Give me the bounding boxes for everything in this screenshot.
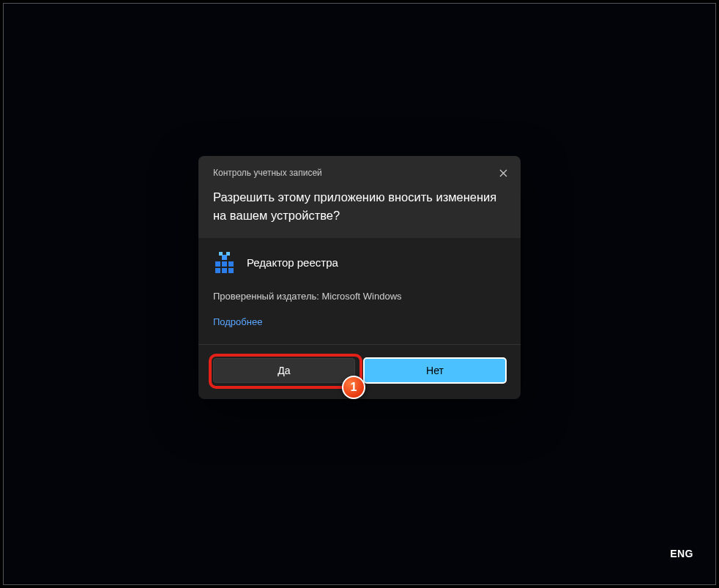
no-button[interactable]: Нет (364, 358, 506, 383)
app-row: Редактор реестра (213, 251, 506, 275)
dialog-footer: Да Нет 1 (198, 344, 521, 399)
svg-rect-6 (222, 255, 227, 260)
yes-button[interactable]: Да (213, 358, 355, 383)
close-icon (499, 168, 507, 179)
yes-button-label: Да (277, 365, 290, 376)
language-indicator[interactable]: ENG (670, 548, 693, 559)
svg-rect-8 (226, 252, 230, 256)
publisher-text: Проверенный издатель: Microsoft Windows (213, 291, 506, 302)
no-button-label: Нет (426, 365, 444, 376)
svg-rect-3 (215, 268, 220, 273)
svg-rect-7 (219, 252, 223, 256)
uac-dialog: Контроль учетных записей Разрешить этому… (198, 156, 521, 399)
svg-rect-2 (228, 261, 234, 267)
dialog-caption: Контроль учетных записей (213, 168, 506, 178)
more-details-link[interactable]: Подробнее (213, 316, 262, 327)
svg-rect-1 (222, 261, 227, 267)
svg-rect-0 (215, 261, 220, 267)
dialog-header: Контроль учетных записей Разрешить этому… (198, 156, 521, 238)
svg-rect-5 (228, 268, 234, 273)
regedit-icon (213, 251, 236, 275)
dialog-body: Редактор реестра Проверенный издатель: M… (198, 238, 521, 344)
screen-frame: Контроль учетных записей Разрешить этому… (3, 3, 716, 585)
svg-rect-4 (222, 268, 227, 273)
dialog-title: Разрешить этому приложению вносить измен… (213, 188, 506, 225)
close-button[interactable] (493, 163, 513, 184)
app-name: Редактор реестра (247, 256, 338, 269)
